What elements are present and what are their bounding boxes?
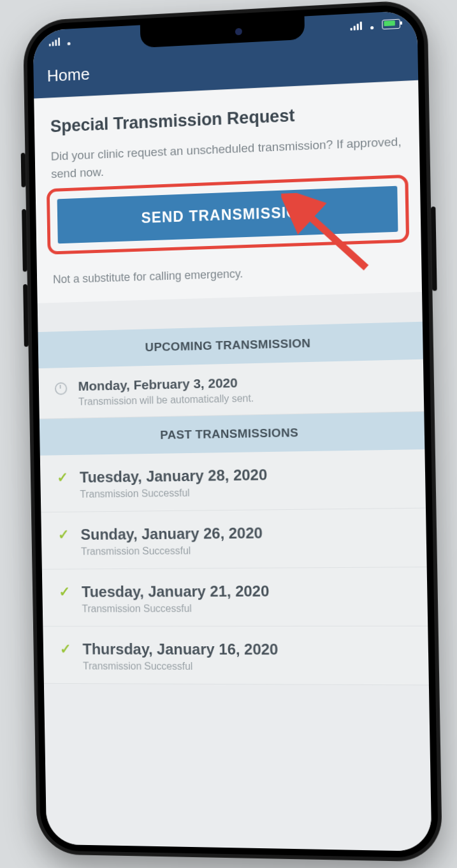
signal-icon <box>48 37 60 46</box>
upcoming-item[interactable]: Monday, February 3, 2020 Transmission wi… <box>38 359 424 419</box>
card-title: Special Transmission Request <box>50 101 402 136</box>
card-description: Did your clinic request an unscheduled t… <box>50 133 402 182</box>
nav-title: Home <box>47 64 89 85</box>
past-status: Transmission Successful <box>82 661 412 673</box>
volume-down-button <box>23 284 28 347</box>
past-item[interactable]: ✓ Tuesday, January 28, 2020 Transmission… <box>40 449 425 512</box>
past-date: Sunday, January 26, 2020 <box>80 523 410 544</box>
annotation-highlight: SEND TRANSMISSION <box>46 175 409 255</box>
past-header: PAST TRANSMISSIONS <box>39 412 424 456</box>
disclaimer-text: Not a substitute for calling emergency. <box>52 262 404 286</box>
check-icon: ✓ <box>57 471 68 485</box>
past-status: Transmission Successful <box>80 544 410 558</box>
phone-frame: Home Special Transmission Request Did yo… <box>22 0 442 862</box>
screen: Home Special Transmission Request Did yo… <box>33 10 432 851</box>
content-scroll[interactable]: Special Transmission Request Did your cl… <box>34 80 432 851</box>
signal-icon <box>350 21 361 30</box>
check-icon: ✓ <box>57 528 69 542</box>
send-transmission-button[interactable]: SEND TRANSMISSION <box>57 186 398 244</box>
past-date: Thursday, January 16, 2020 <box>82 640 412 659</box>
mute-switch <box>20 153 25 187</box>
past-date: Tuesday, January 21, 2020 <box>81 582 411 601</box>
clock-icon <box>54 382 67 395</box>
check-icon: ✓ <box>59 642 71 656</box>
past-status: Transmission Successful <box>82 602 412 614</box>
past-item[interactable]: ✓ Tuesday, January 21, 2020 Transmission… <box>41 567 427 626</box>
wifi-icon <box>366 20 377 29</box>
volume-up-button <box>22 209 27 271</box>
check-icon: ✓ <box>59 585 70 599</box>
past-item[interactable]: ✓ Thursday, January 16, 2020 Transmissio… <box>43 626 429 686</box>
past-date: Tuesday, January 28, 2020 <box>79 464 409 486</box>
wifi-icon <box>63 36 74 45</box>
power-button <box>431 206 437 291</box>
special-request-card: Special Transmission Request Did your cl… <box>34 80 422 303</box>
past-item[interactable]: ✓ Sunday, January 26, 2020 Transmission … <box>41 509 426 570</box>
past-status: Transmission Successful <box>80 484 410 500</box>
battery-icon <box>382 18 400 29</box>
